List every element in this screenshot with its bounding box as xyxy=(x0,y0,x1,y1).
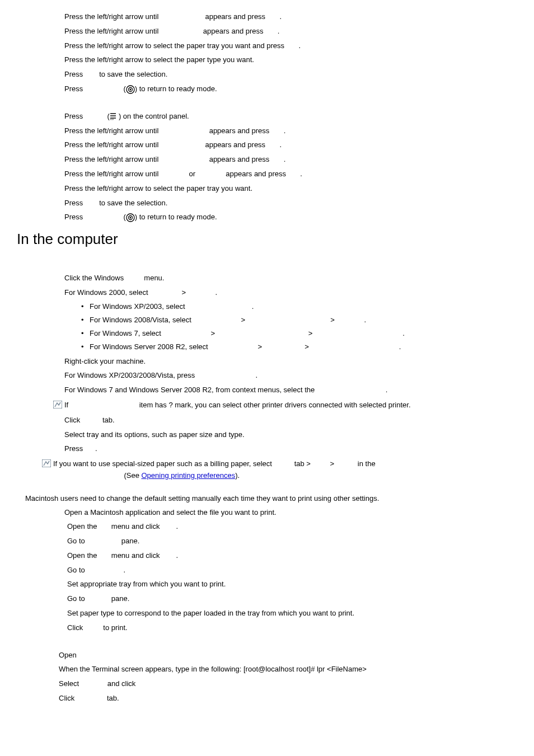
step: Press to save the selection. xyxy=(64,69,517,81)
stop-clear-icon xyxy=(126,85,135,94)
text: Press the left/right arrow to select the… xyxy=(64,55,254,64)
step: Select and click xyxy=(59,678,517,690)
text: ). xyxy=(235,471,240,480)
text: . xyxy=(279,140,282,149)
text: menu and click xyxy=(111,522,160,530)
stop-clear-icon xyxy=(126,213,135,222)
text: . xyxy=(123,566,125,574)
text: tab > xyxy=(294,459,311,468)
text: For Windows XP/2003, select xyxy=(90,302,185,311)
svg-rect-5 xyxy=(110,118,116,119)
bullet-item: For Windows Server 2008 R2, select > > . xyxy=(81,341,517,353)
text: Go to xyxy=(67,537,85,545)
svg-point-8 xyxy=(129,217,131,218)
separator: > xyxy=(241,314,246,326)
step: Press the left/right arrow until appears… xyxy=(64,11,517,23)
note-icon xyxy=(53,401,62,408)
svg-rect-10 xyxy=(42,459,51,467)
step: Go to . xyxy=(67,565,517,576)
step: Open the menu and click . xyxy=(67,521,517,533)
text: When the Terminal screen appears, type i… xyxy=(59,665,367,673)
note-text: If item has ? mark, you can select other… xyxy=(64,400,517,411)
text: pane. xyxy=(111,594,130,603)
step: Right-click your machine. xyxy=(64,356,517,368)
text: in the xyxy=(358,459,376,468)
text: item has ? mark, you can select other pr… xyxy=(139,401,411,409)
step: Click tab. xyxy=(64,415,517,426)
text: ) to return to ready mode. xyxy=(135,213,217,221)
text: Press xyxy=(64,444,83,453)
separator: > xyxy=(330,314,335,326)
step: Press () to return to ready mode. xyxy=(64,83,517,95)
separator: > xyxy=(181,287,186,299)
text: . xyxy=(252,302,254,311)
step: For Windows XP/2003/2008/Vista, press . xyxy=(64,370,517,382)
linux-block: Open When the Terminal screen appears, t… xyxy=(59,650,517,705)
text: Press xyxy=(64,112,83,120)
text: For Windows 7, select xyxy=(90,329,161,337)
text: Right-click your machine. xyxy=(64,357,146,365)
text: menu. xyxy=(144,274,164,282)
text: . xyxy=(300,170,302,178)
separator: > xyxy=(257,341,262,353)
text: menu and click xyxy=(111,551,160,560)
text: . xyxy=(284,126,286,135)
step: Set paper type to correspond to the pape… xyxy=(67,608,517,619)
step: Press the left/right arrow until appears… xyxy=(64,139,517,151)
sub-bullet-list: For Windows XP/2003, select . For Window… xyxy=(81,301,517,353)
text: tab. xyxy=(102,416,115,424)
step: Select tray and its options, such as pap… xyxy=(64,429,517,441)
step: Open the menu and click . xyxy=(67,550,517,562)
text: appears and press xyxy=(226,170,286,178)
bullet-item: For Windows 2008/Vista, select > > . xyxy=(81,314,517,326)
step: Press the left/right arrow to select the… xyxy=(64,40,517,52)
text: appears and press xyxy=(203,27,264,35)
mac-intro: Macintosh users need to change the defau… xyxy=(25,493,517,505)
text: . xyxy=(386,386,388,394)
text: appears and press xyxy=(205,12,265,21)
text: . xyxy=(95,444,97,453)
note-block: If item has ? mark, you can select other… xyxy=(53,400,517,411)
step: Press the left/right arrow until appears… xyxy=(64,154,517,166)
step: Press the left/right arrow to select the… xyxy=(64,54,517,66)
link-opening-printing-preferences[interactable]: Opening printing preferences xyxy=(142,471,236,480)
text: . xyxy=(216,288,218,297)
step: Press () to return to ready mode. xyxy=(64,212,517,223)
step: Go to pane. xyxy=(67,536,517,547)
text: or xyxy=(189,170,196,178)
text: pane. xyxy=(121,537,140,545)
step: Press () on the control panel. xyxy=(64,111,517,123)
text: Open a Macintosh application and select … xyxy=(64,508,277,516)
step: Press . xyxy=(64,443,517,455)
step: Press the left/right arrow until appears… xyxy=(64,26,517,37)
text: . xyxy=(399,342,401,351)
text: . xyxy=(364,316,366,324)
svg-rect-9 xyxy=(53,401,62,408)
step: Open a Macintosh application and select … xyxy=(64,507,517,519)
text: Set paper type to correspond to the pape… xyxy=(67,609,354,617)
mac-block: Open the menu and click . Go to pane. Op… xyxy=(67,521,517,633)
text: For Windows Server 2008 R2, select xyxy=(90,342,208,351)
step: Open xyxy=(59,650,517,661)
text: . xyxy=(298,41,301,50)
text: Press the left/right arrow until xyxy=(64,170,158,178)
separator: > xyxy=(308,328,313,340)
text: Go to xyxy=(67,594,85,603)
step: Go to pane. xyxy=(67,593,517,605)
text: . xyxy=(402,329,405,337)
text: For Windows 7 and Windows Server 2008 R2… xyxy=(64,386,315,394)
text: Press xyxy=(64,213,83,221)
text: . xyxy=(279,12,282,21)
text: Open xyxy=(59,651,77,659)
note-block: If you want to use special-sized paper s… xyxy=(42,458,517,482)
text: Press xyxy=(64,70,83,78)
step: Press the left/right arrow to select the… xyxy=(64,183,517,195)
note-text: If you want to use special-sized paper s… xyxy=(53,458,517,482)
text: . xyxy=(176,522,178,530)
text: Go to xyxy=(67,566,85,574)
text: . xyxy=(278,27,280,35)
text: Press the left/right arrow to select the… xyxy=(64,41,284,50)
heading-in-the-computer: In the computer xyxy=(17,228,517,251)
text: to save the selection. xyxy=(99,70,167,78)
step: Click to print. xyxy=(67,622,517,634)
